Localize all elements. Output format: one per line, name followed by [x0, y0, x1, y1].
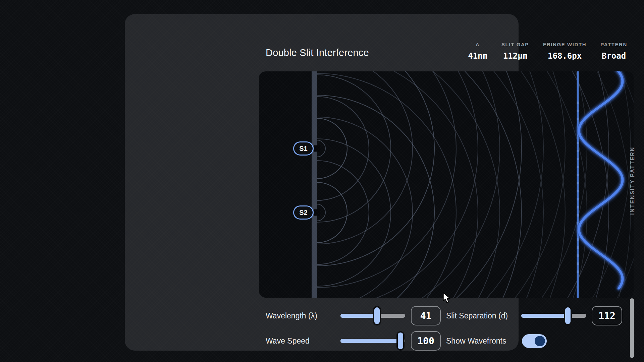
wavelength-value-box[interactable]: 41	[411, 306, 441, 325]
page-background: Double Slit Interference Λ 41nm SLIT GAP…	[0, 0, 644, 362]
show-wavefronts-label: Show Wavefronts	[446, 336, 506, 346]
wavefront-circle	[259, 71, 522, 298]
wavefront-circle	[259, 71, 543, 298]
source-s2[interactable]: S2	[293, 205, 314, 220]
wavelength-slider[interactable]	[340, 307, 405, 324]
stat-fringe-width-value: 168.6px	[548, 51, 582, 61]
wavefront-circle	[259, 71, 609, 298]
barrier	[312, 71, 317, 298]
source-s1-label: S1	[299, 145, 307, 153]
wavefront-circle	[259, 117, 413, 298]
stat-slit-gap: SLIT GAP 112µm	[501, 42, 529, 61]
wavelength-label: Wavelength (λ)	[266, 311, 317, 320]
wave-speed-slider-thumb[interactable]	[398, 333, 403, 349]
stats-bar: Λ 41nm SLIT GAP 112µm FRINGE WIDTH 168.6…	[460, 42, 627, 61]
page-title: Double Slit Interference	[266, 47, 369, 58]
wavefront-circle	[259, 71, 565, 298]
wavefront-circle	[259, 71, 500, 298]
slit-opening	[314, 145, 320, 152]
stat-fringe-width-label: FRINGE WIDTH	[543, 42, 586, 47]
wavefront-circle	[259, 71, 434, 266]
stat-slit-gap-value: 112µm	[503, 51, 527, 61]
stat-slit-gap-label: SLIT GAP	[501, 42, 529, 47]
slit-separation-label: Slit Separation (d)	[446, 311, 508, 320]
simulation-canvas	[259, 71, 634, 298]
stat-pattern-label: PATTERN	[600, 42, 627, 47]
wave-speed-slider-track[interactable]	[340, 339, 405, 343]
wave-visualization	[259, 71, 634, 298]
slit-separation-value-box[interactable]: 112	[592, 306, 622, 325]
slit-separation-slider-track[interactable]	[521, 314, 586, 318]
wavefront-circle	[259, 71, 478, 298]
wavefront-circle	[259, 95, 434, 298]
stat-wavelength: Λ 41nm	[468, 42, 487, 61]
stat-wavelength-value: 41nm	[468, 51, 487, 61]
wave-speed-value-box[interactable]: 100	[411, 331, 441, 351]
wavefront-circle	[259, 71, 543, 298]
slit-separation-slider-thumb[interactable]	[565, 307, 571, 324]
wavelength-slider-fill	[340, 314, 377, 318]
source-s2-label: S2	[299, 209, 307, 217]
wavelength-slider-track[interactable]	[340, 314, 405, 318]
wavefront-circle	[259, 71, 609, 298]
intensity-pattern-label: INTENSITY PATTERN	[630, 146, 636, 215]
show-wavefronts-toggle[interactable]	[522, 334, 547, 348]
wavefront-circle	[259, 71, 413, 244]
slit-separation-slider-fill	[521, 314, 569, 318]
scrollbar-thumb[interactable]	[630, 298, 634, 358]
source-s1[interactable]: S1	[293, 141, 314, 156]
stat-fringe-width: FRINGE WIDTH 168.6px	[543, 42, 586, 61]
stat-pattern: PATTERN Broad	[600, 42, 627, 61]
simulator-panel: Double Slit Interference Λ 41nm SLIT GAP…	[125, 14, 519, 351]
wavefront-circle	[259, 71, 478, 298]
show-wavefronts-toggle-knob	[535, 336, 545, 346]
wavefront-circle	[259, 71, 522, 298]
wavelength-slider-thumb[interactable]	[374, 307, 380, 324]
wave-speed-slider[interactable]	[340, 333, 405, 349]
slit-opening	[314, 209, 320, 216]
wave-speed-label: Wave Speed	[266, 336, 310, 346]
wavefront-circle	[259, 71, 565, 298]
stat-pattern-value: Broad	[602, 51, 626, 61]
wavefront-circle	[259, 71, 500, 298]
wave-speed-slider-fill	[340, 339, 403, 343]
slit-separation-slider[interactable]	[521, 307, 586, 324]
stat-wavelength-label: Λ	[476, 42, 480, 47]
